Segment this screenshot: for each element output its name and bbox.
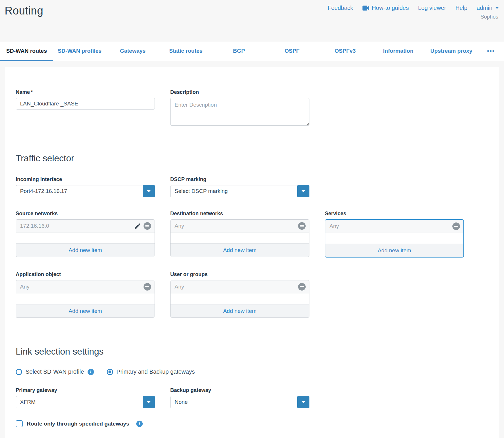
user-or-groups-label: User or groups: [170, 271, 309, 278]
dscp-marking-value: Select DSCP marking: [175, 188, 228, 194]
log-viewer-link[interactable]: Log viewer: [418, 5, 446, 11]
radio-label: Primary and Backup gateways: [117, 368, 195, 375]
radio-primary-backup-gateways[interactable]: Primary and Backup gateways: [107, 368, 195, 375]
add-new-item-button[interactable]: Add new item: [171, 243, 309, 257]
tab-sd-wan-routes[interactable]: SD-WAN routes: [0, 42, 53, 61]
tab-upstream-proxy[interactable]: Upstream proxy: [425, 42, 478, 61]
services-box: Any Add new item: [325, 219, 464, 258]
admin-menu-label: admin: [477, 5, 492, 11]
info-icon[interactable]: i: [88, 369, 94, 375]
brand-label: Sophos: [481, 14, 498, 20]
sd-wan-route-form: Name* Description Traffic selector Incom…: [5, 67, 499, 438]
add-new-item-button[interactable]: Add new item: [325, 244, 463, 257]
howto-guides-label: How-to guides: [372, 5, 409, 11]
source-networks-label: Source networks: [16, 211, 155, 217]
list-item: Any: [16, 280, 155, 293]
route-only-label: Route only through specified gateways: [27, 421, 129, 427]
chevron-down-icon: [495, 7, 499, 9]
list-item-value: Any: [175, 223, 184, 229]
tab-gateways[interactable]: Gateways: [106, 42, 159, 61]
remove-icon[interactable]: [144, 283, 151, 291]
header-links: Feedback How-to guides Log viewer Help a…: [328, 5, 499, 11]
tab-more-ellipsis-icon[interactable]: •••: [478, 42, 504, 61]
info-icon[interactable]: i: [136, 421, 143, 427]
list-item: Any: [171, 280, 309, 293]
required-marker: *: [31, 89, 33, 95]
destination-networks-label: Destination networks: [170, 211, 309, 217]
name-label: Name*: [16, 89, 155, 95]
list-item: Any: [171, 220, 309, 233]
user-or-groups-box: Any Add new item: [170, 280, 309, 318]
remove-icon[interactable]: [298, 222, 306, 230]
tab-static-routes[interactable]: Static routes: [159, 42, 212, 61]
listbox-empty-area: [171, 233, 309, 243]
section-divider: [16, 334, 488, 334]
list-item: Any: [325, 220, 463, 233]
description-input[interactable]: [170, 98, 309, 126]
routing-tabbar: SD-WAN routes SD-WAN profiles Gateways S…: [0, 42, 504, 61]
incoming-interface-value: Port4-172.16.16.17: [20, 188, 67, 194]
backup-gateway-label: Backup gateway: [170, 387, 309, 393]
remove-icon[interactable]: [452, 222, 460, 230]
radio-select-sdwan-profile[interactable]: Select SD-WAN profile i: [16, 368, 94, 375]
radio-label: Select SD-WAN profile: [26, 368, 84, 375]
radio-selected-icon: [107, 369, 113, 375]
dscp-marking-select[interactable]: Select DSCP marking: [170, 185, 309, 197]
chevron-down-icon: [297, 185, 309, 197]
link-selection-heading: Link selection settings: [16, 346, 488, 357]
feedback-link[interactable]: Feedback: [328, 5, 353, 11]
video-camera-icon: [362, 6, 369, 11]
listbox-empty-area: [16, 293, 155, 304]
chevron-down-icon: [143, 185, 155, 197]
list-item: 172.16.16.0: [16, 220, 155, 233]
dscp-marking-label: DSCP marking: [170, 176, 309, 183]
tab-ospfv3[interactable]: OSPFv3: [319, 42, 372, 61]
route-only-row: Route only through specified gateways i: [16, 420, 488, 427]
chevron-down-icon: [143, 396, 155, 408]
radio-icon: [16, 369, 22, 375]
tab-information[interactable]: Information: [372, 42, 425, 61]
listbox-empty-area: [171, 293, 309, 304]
backup-gateway-value: None: [175, 399, 188, 405]
primary-gateway-value: XFRM: [20, 399, 36, 405]
application-object-box: Any Add new item: [16, 280, 155, 318]
edit-icon[interactable]: [134, 222, 141, 230]
description-label: Description: [170, 89, 309, 95]
primary-gateway-select[interactable]: XFRM: [16, 396, 155, 408]
name-input[interactable]: [16, 98, 155, 110]
add-new-item-button[interactable]: Add new item: [16, 304, 155, 317]
source-networks-box: 172.16.16.0 Add new item: [16, 219, 155, 257]
listbox-empty-area: [16, 233, 155, 243]
list-item-value: Any: [20, 284, 30, 290]
application-object-label: Application object: [16, 271, 155, 278]
traffic-selector-heading: Traffic selector: [16, 153, 488, 164]
add-new-item-button[interactable]: Add new item: [171, 304, 309, 317]
page-header: Routing Feedback How-to guides Log viewe…: [0, 0, 504, 42]
chevron-down-icon: [297, 396, 309, 408]
tab-bgp[interactable]: BGP: [212, 42, 265, 61]
backup-gateway-select[interactable]: None: [170, 396, 309, 408]
destination-networks-box: Any Add new item: [170, 219, 309, 257]
add-new-item-button[interactable]: Add new item: [16, 243, 155, 257]
services-label: Services: [325, 211, 464, 217]
remove-icon[interactable]: [144, 222, 151, 230]
incoming-interface-label: Incoming interface: [16, 176, 155, 183]
admin-menu[interactable]: admin: [477, 5, 499, 11]
section-divider: [16, 141, 488, 141]
list-item-value: 172.16.16.0: [20, 223, 49, 229]
list-item-value: Any: [175, 284, 184, 290]
link-selection-options: Select SD-WAN profile i Primary and Back…: [16, 368, 488, 375]
tab-sd-wan-profiles[interactable]: SD-WAN profiles: [53, 42, 106, 61]
route-only-checkbox[interactable]: [16, 420, 23, 427]
howto-guides-link[interactable]: How-to guides: [362, 5, 409, 11]
primary-gateway-label: Primary gateway: [16, 387, 155, 393]
list-item-value: Any: [329, 223, 339, 229]
remove-icon[interactable]: [298, 283, 306, 291]
tab-ospf[interactable]: OSPF: [266, 42, 319, 61]
listbox-empty-area: [325, 233, 463, 244]
help-link[interactable]: Help: [455, 5, 467, 11]
incoming-interface-select[interactable]: Port4-172.16.16.17: [16, 185, 155, 197]
